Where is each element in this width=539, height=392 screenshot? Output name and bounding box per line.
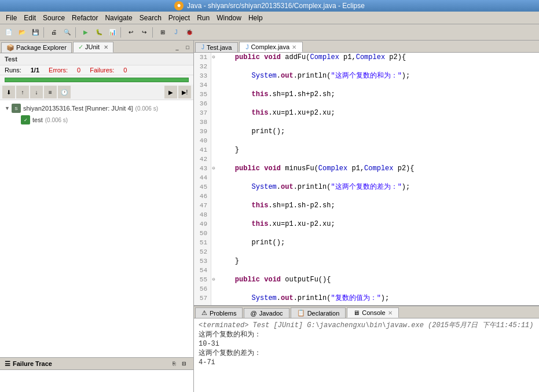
code-line-33: 33 System.out.println("这两个复数的和为："); [194,71,539,80]
panel-minimize-btn[interactable]: _ [173,43,182,52]
junit-title: Test [5,56,17,63]
failures-label: Failures: [90,67,114,74]
junit-collapse-btn[interactable]: ≡ [44,86,57,98]
junit-tab-close[interactable]: ✕ [104,44,108,50]
menu-item-project[interactable]: Project [165,13,193,23]
code-line-42: 42 [194,155,539,164]
tab-junit[interactable]: ✓ JUnit ✕ [73,42,113,53]
line-num-42: 42 [194,155,211,164]
junit-stats: Runs: 1/1 Errors: 0 Failures: 0 [0,65,193,75]
code-line-43: 43⊖ public void minusFu(Complex p1,Compl… [194,164,539,173]
toolbar-btn-open[interactable]: 📂 [16,26,28,39]
line-num-55: 55 [194,275,211,284]
toolbar-btn-run[interactable]: ▶ [79,26,92,39]
menu-item-search[interactable]: Search [136,13,165,23]
line-num-48: 48 [194,210,211,219]
console-close[interactable]: ✕ [388,310,393,316]
failures-label-text: Failures: [90,67,114,74]
tab-package-explorer[interactable]: 📦 Package Explorer [1,42,72,53]
complex-java-close[interactable]: ✕ [292,44,296,50]
menu-item-edit[interactable]: Edit [20,13,39,23]
panel-maximize-btn[interactable]: □ [183,43,192,52]
failure-trace-filter-btn[interactable]: ⊟ [179,359,189,368]
line-content-33: System.out.println("这两个复数的和为："); [216,71,410,80]
code-line-47: 47 this.sh=p1.sh-p2.sh; [194,201,539,210]
code-line-44: 44 [194,173,539,182]
code-line-54: 54 [194,266,539,275]
failure-trace-panel: ☰ Failure Trace ⎘ ⊟ [0,357,193,392]
tree-expand-icon: ▼ [5,105,10,111]
toolbar-btn-undo[interactable]: ↩ [124,26,137,39]
code-line-51: 51 print(); [194,238,539,247]
tree-item-test[interactable]: ✓ test (0.006 s) [2,114,191,126]
code-editor[interactable]: 31⊖ public void addFu(Complex p1,Complex… [194,53,539,305]
toolbar-btn-debug[interactable]: 🐛 [93,26,105,39]
code-line-38: 38 [194,118,539,127]
tab-javadoc[interactable]: @ Javadoc [244,308,289,318]
tree-item-suite[interactable]: ▼ S shiyan20135316.Test [Runner: JUnit 4… [2,102,191,114]
tab-test-java[interactable]: J Test.java [195,42,238,52]
menu-item-source[interactable]: Source [39,13,68,23]
test-time: (0.006 s) [45,117,68,123]
menu-item-file[interactable]: File [2,13,20,23]
menu-item-run[interactable]: Run [193,13,213,23]
failure-trace-copy-btn[interactable]: ⎘ [169,359,178,368]
toolbar-btn-new[interactable]: 📄 [2,26,15,39]
errors-label-text: Errors: [49,67,68,74]
menu-item-refactor[interactable]: Refactor [68,13,101,23]
toolbar-btn-redo[interactable]: ↪ [138,26,151,39]
suite-icon: S [12,104,21,113]
suite-time: (0.006 s) [135,105,158,112]
main-layout: 📦 Package Explorer ✓ JUnit ✕ _ □ Test Ru… [0,41,539,392]
toolbar-btn-search[interactable]: 🔍 [61,26,74,39]
line-num-43: 43 [194,164,211,173]
toolbar-btn-perspective[interactable]: ⊞ [156,26,169,39]
junit-rerun-failed-btn[interactable]: ▶! [178,86,191,98]
right-panel: J Test.java J Complex.java ✕ 31⊖ public … [194,41,539,392]
line-content-57: System.out.println("复数的值为："); [216,294,389,303]
toolbar-sep-2 [75,27,78,38]
code-line-36: 36 [194,99,539,108]
line-content-41: } [216,145,239,155]
console-icon: 🖥 [353,309,360,316]
code-line-41: 41 } [194,145,539,155]
toolbar-btn-debug-persp[interactable]: 🐞 [183,26,196,39]
code-line-37: 37 this.xu=p1.xu+p2.xu; [194,108,539,118]
failure-trace-icon: ☰ [5,360,10,368]
junit-history-btn[interactable]: 🕐 [58,86,71,98]
junit-tab-icon: ✓ [78,43,83,50]
menu-item-window[interactable]: Window [213,13,245,23]
problems-label: Problems [210,310,236,317]
line-content-37: this.xu=p1.xu+p2.xu; [216,108,335,118]
toolbar-btn-profile[interactable]: 📊 [106,26,119,39]
failures-value: 0 [123,67,127,74]
declaration-icon: 📋 [297,309,305,317]
window-title: Java - shiyan/src/shiyan20135316/Complex… [187,2,365,10]
toolbar-btn-java-persp[interactable]: J [170,26,182,39]
code-line-40: 40 [194,136,539,145]
tab-console[interactable]: 🖥 Console ✕ [347,307,398,318]
junit-toolbar: ⬇ ↑ ↓ ≡ 🕐 ▶ ▶! [0,85,193,100]
menu-item-help[interactable]: Help [245,13,266,23]
tab-problems[interactable]: ⚠ Problems [195,307,243,318]
package-explorer-label: Package Explorer [16,44,67,51]
code-line-48: 48 [194,210,539,219]
tab-complex-java[interactable]: J Complex.java ✕ [239,42,303,52]
menubar: FileEditSourceRefactorNavigateSearchProj… [0,12,539,24]
toolbar-btn-print[interactable]: 🖨 [47,26,60,39]
junit-panel: Test Runs: 1/1 Errors: 0 Failures: 0 ⬇ ↑… [0,53,193,357]
problems-icon: ⚠ [201,309,207,317]
tab-declaration[interactable]: 📋 Declaration [291,307,346,318]
junit-rerun-btn[interactable]: ▶ [164,86,177,98]
junit-prev-btn[interactable]: ↑ [16,86,29,98]
line-num-54: 54 [194,266,211,275]
toolbar: 📄 📂 💾 🖨 🔍 ▶ 🐛 📊 ↩ ↪ ⊞ J 🐞 [0,24,539,41]
line-num-31: 31 [194,53,211,62]
junit-filter-btn[interactable]: ⬇ [2,86,15,98]
menu-item-navigate[interactable]: Navigate [101,13,135,23]
junit-next-btn[interactable]: ↓ [30,86,43,98]
declaration-label: Declaration [307,310,340,317]
toolbar-btn-save[interactable]: 💾 [29,26,42,39]
line-content-51: print(); [216,238,285,247]
failure-trace-header: ☰ Failure Trace ⎘ ⊟ [0,358,193,370]
